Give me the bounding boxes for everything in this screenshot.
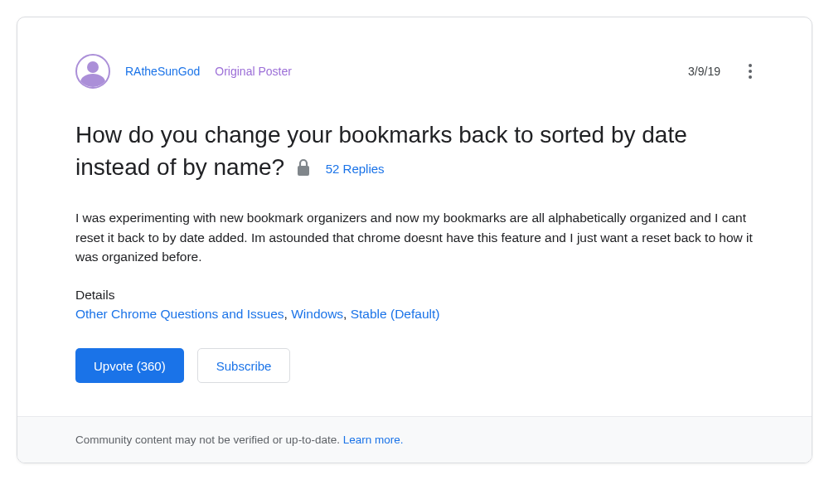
tag-platform[interactable]: Windows — [291, 307, 343, 321]
post-header: RAtheSunGod Original Poster 3/9/19 — [75, 54, 754, 89]
post-body-container: RAtheSunGod Original Poster 3/9/19 How d… — [17, 17, 812, 416]
tag-channel[interactable]: Stable (Default) — [351, 307, 440, 321]
post-date: 3/9/19 — [688, 65, 720, 78]
details-tags: Other Chrome Questions and Issues, Windo… — [75, 304, 754, 323]
action-buttons: Upvote (360) Subscribe — [75, 348, 754, 383]
subscribe-button[interactable]: Subscribe — [197, 348, 291, 383]
avatar[interactable] — [75, 54, 110, 89]
more-options-button[interactable] — [747, 59, 754, 84]
details-label: Details — [75, 288, 754, 303]
footer-text: Community content may not be verified or… — [75, 434, 343, 446]
post-content: I was experimenting with new bookmark or… — [75, 208, 754, 266]
post-card: RAtheSunGod Original Poster 3/9/19 How d… — [17, 17, 812, 463]
svg-rect-0 — [298, 166, 309, 176]
learn-more-link[interactable]: Learn more. — [343, 434, 404, 446]
tag-category[interactable]: Other Chrome Questions and Issues — [75, 307, 284, 321]
replies-link[interactable]: 52 Replies — [326, 162, 385, 176]
post-title-row: How do you change your bookmarks back to… — [75, 119, 754, 183]
original-poster-badge: Original Poster — [215, 65, 292, 78]
author-name[interactable]: RAtheSunGod — [125, 65, 200, 78]
footer-notice: Community content may not be verified or… — [17, 416, 812, 463]
upvote-button[interactable]: Upvote (360) — [75, 348, 184, 383]
lock-icon — [296, 158, 311, 177]
